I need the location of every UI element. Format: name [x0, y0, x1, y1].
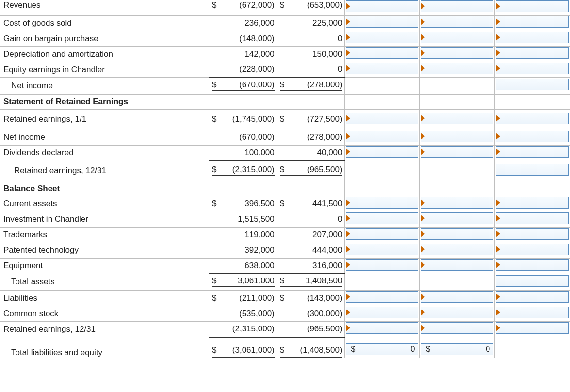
cell-value: (535,000) — [212, 309, 275, 319]
value-input[interactable] — [496, 146, 569, 158]
value-input[interactable] — [421, 47, 493, 59]
value-input[interactable] — [421, 32, 493, 43]
number-cell: (278,000) — [277, 130, 344, 145]
row-label: Depreciation and amortization — [0, 47, 209, 62]
row-label: Retained earnings, 1/1 — [0, 109, 209, 130]
value-input[interactable] — [496, 275, 569, 287]
value-input[interactable] — [346, 47, 419, 59]
value-input[interactable] — [421, 0, 493, 12]
table-row: Current assets$396,500$441,500 — [0, 196, 570, 212]
value-input[interactable] — [421, 322, 493, 334]
row-label: Liabilities — [0, 291, 209, 306]
value-input[interactable] — [346, 291, 419, 303]
input-cell: $0 — [420, 337, 495, 358]
value-input[interactable] — [496, 79, 569, 90]
value-input[interactable] — [496, 131, 569, 142]
input-cell — [495, 109, 570, 130]
value-input[interactable] — [421, 228, 493, 240]
currency-symbol: $ — [280, 0, 284, 10]
value-input[interactable] — [346, 131, 419, 142]
table-row: Retained earnings, 12/31$(2,315,000)$(96… — [0, 161, 570, 181]
row-label: Dividends declared — [0, 145, 209, 161]
value-input[interactable] — [496, 16, 569, 28]
number-cell: (300,000) — [277, 306, 344, 322]
cell-value: (1,745,000) — [217, 114, 275, 124]
value-input[interactable] — [346, 146, 419, 158]
value-input[interactable] — [496, 0, 569, 12]
financial-table: Revenues$(672,000)$(653,000)Cost of good… — [0, 0, 570, 358]
input-cell — [344, 130, 420, 145]
number-cell: $(1,408,500) — [277, 337, 344, 358]
input-cell — [495, 130, 570, 145]
input-cell — [495, 0, 570, 16]
value-input[interactable]: $0 — [346, 343, 419, 355]
value-input[interactable] — [496, 244, 569, 255]
cell-value: (228,000) — [212, 65, 275, 74]
input-cell — [344, 62, 420, 78]
table-row: Gain on bargain purchase(148,000)0 — [0, 31, 570, 47]
value-input[interactable] — [496, 228, 569, 240]
value-input[interactable] — [421, 113, 493, 124]
value-input[interactable] — [421, 63, 493, 74]
value-input[interactable] — [346, 322, 419, 334]
value-input[interactable] — [421, 16, 493, 28]
value-input[interactable] — [346, 259, 419, 271]
table-row: Dividends declared100,00040,000 — [0, 145, 570, 161]
value-input[interactable] — [346, 197, 419, 209]
value-input[interactable] — [346, 307, 419, 318]
row-label: Net income — [0, 78, 209, 95]
value-input[interactable] — [421, 197, 493, 209]
cell-value: 142,000 — [212, 49, 275, 59]
cell-value: 207,000 — [280, 230, 342, 240]
value-input[interactable] — [496, 113, 569, 124]
cell-value: (211,000) — [217, 294, 275, 303]
value-input[interactable] — [346, 63, 419, 74]
value-input[interactable] — [496, 307, 569, 318]
input-cell — [495, 196, 570, 212]
cell-value: 441,500 — [284, 199, 342, 209]
value-input[interactable] — [346, 0, 419, 12]
table-row: Cost of goods sold236,000225,000 — [0, 16, 570, 31]
value-input[interactable] — [421, 291, 493, 303]
number-cell: (965,500) — [277, 322, 344, 337]
value-input[interactable] — [421, 131, 493, 142]
input-cell — [420, 306, 495, 322]
value-input[interactable] — [421, 259, 493, 271]
number-cell: $(670,000) — [209, 78, 277, 95]
number-cell: $(965,500) — [277, 161, 344, 181]
number-cell: $(653,000) — [277, 0, 344, 16]
input-cell — [420, 109, 495, 130]
cell-value: (2,315,000) — [212, 324, 275, 334]
value-input[interactable] — [346, 228, 419, 240]
value-input[interactable]: $0 — [421, 343, 493, 355]
value-input[interactable] — [496, 212, 569, 224]
value-input[interactable] — [421, 244, 493, 255]
number-cell: 316,000 — [277, 258, 344, 274]
value-input[interactable] — [346, 16, 419, 28]
value-input[interactable] — [496, 63, 569, 74]
value-input[interactable] — [496, 164, 569, 176]
value-input[interactable] — [496, 47, 569, 59]
value-input[interactable] — [421, 212, 493, 224]
value-input[interactable] — [346, 212, 419, 224]
input-cell — [344, 227, 420, 243]
row-label: Equipment — [0, 258, 209, 274]
value-input[interactable] — [346, 113, 419, 124]
value-input[interactable] — [496, 322, 569, 334]
value-input[interactable] — [496, 32, 569, 43]
value-input[interactable] — [421, 146, 493, 158]
value-input[interactable] — [346, 32, 419, 43]
cell-value: 638,000 — [212, 261, 275, 271]
value-input[interactable] — [346, 244, 419, 255]
number-cell: $1,408,500 — [277, 274, 344, 291]
cell-value: (727,500) — [284, 114, 342, 124]
number-cell: 0 — [277, 62, 344, 78]
value-input[interactable] — [496, 259, 569, 271]
number-cell: (670,000) — [209, 130, 277, 145]
table-row: Retained earnings, 1/1$(1,745,000)$(727,… — [0, 109, 570, 130]
value-input[interactable] — [496, 197, 569, 209]
table-row: Balance Sheet — [0, 181, 570, 196]
value-input[interactable] — [421, 307, 493, 318]
value-input[interactable] — [496, 291, 569, 303]
cell-value: 396,500 — [217, 199, 275, 209]
